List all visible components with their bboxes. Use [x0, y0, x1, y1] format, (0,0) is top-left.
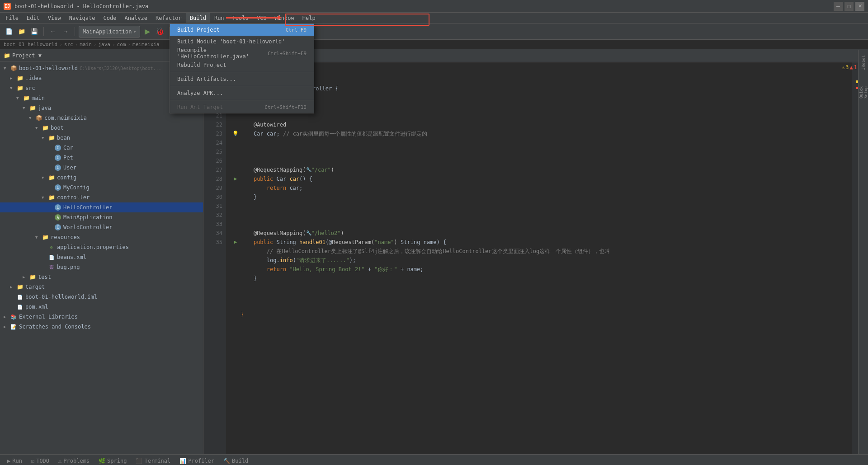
run-config-dropdown[interactable]: MainApplication ▼ [79, 26, 140, 38]
menu-refactor[interactable]: Refactor [152, 13, 185, 23]
breadcrumb-src[interactable]: src [64, 42, 73, 47]
menu-analyze[interactable]: Analyze [121, 13, 151, 23]
run-ant-menuitem[interactable]: Run Ant Target Ctrl+Shift+F10 [170, 101, 314, 113]
rebuild-project-menuitem[interactable]: Rebuild Project [170, 59, 314, 71]
line-numbers: 16 17 18 19 20 21 22 23 24 25 26 27 28 2… [203, 62, 226, 454]
bottom-tab-terminal[interactable]: ⬛ Terminal [132, 456, 174, 465]
tree-node-bugpng[interactable]: 🖼 bug.png [0, 262, 203, 272]
user-class-icon: C [54, 164, 61, 171]
code-line-26: } [231, 193, 846, 202]
build-artifacts-menuitem[interactable]: Build Artifacts... [170, 73, 314, 85]
code-line-24: ▶ public Car car() { [231, 174, 846, 183]
code-line-19 [231, 93, 846, 120]
recompile-menuitem[interactable]: Recompile 'HelloController.java' Ctrl+Sh… [170, 47, 314, 59]
save-button[interactable]: 💾 [29, 26, 40, 37]
tree-node-iml[interactable]: 📄 boot-01-helloworld.iml [0, 292, 203, 302]
bottom-tab-todo[interactable]: ☑ TODO [28, 456, 53, 465]
run-gutter-icon-29[interactable]: ▶ [232, 239, 239, 246]
run-tab-label: Run [12, 458, 22, 464]
tree-node-pet[interactable]: C Pet [0, 153, 203, 163]
breadcrumb-com[interactable]: com [117, 42, 126, 47]
bottom-tab-problems[interactable]: ⚠ Problems [55, 456, 93, 465]
tree-node-extlib[interactable]: ▶ 📚 External Libraries [0, 312, 203, 322]
forward-button[interactable]: → [60, 26, 71, 37]
run-config-label: MainApplication [83, 28, 132, 35]
tree-node-scratches[interactable]: ▶ 📝 Scratches and Consoles [0, 322, 203, 332]
run-gutter-icon-24[interactable]: ▶ [232, 175, 239, 183]
breadcrumb-main[interactable]: main [80, 42, 92, 47]
back-button[interactable]: ← [47, 26, 58, 37]
analyze-apk-menuitem[interactable]: Analyze APK... [170, 87, 314, 99]
code-editor[interactable]: @Slf4j ▶ @RestController ▶ public class … [226, 62, 852, 454]
tree-node-beansxml[interactable]: 📄 beans.xml [0, 252, 203, 262]
tree-node-config[interactable]: ▼ 📁 config [0, 173, 203, 183]
breadcrumb-meimeixia[interactable]: meimeixia [132, 42, 160, 47]
tree-node-user[interactable]: C User [0, 163, 203, 173]
controller-folder-icon: 📁 [48, 194, 55, 201]
window-title: boot-01-helloworld - HelloController.jav… [14, 3, 148, 9]
dropdown-arrow: ▼ [133, 29, 136, 34]
build-module-menuitem[interactable]: Build Module 'boot-01-helloworld' [170, 36, 314, 47]
build-project-menuitem[interactable]: Build Project Ctrl+F9 [170, 24, 314, 36]
menu-navigate[interactable]: Navigate [66, 13, 99, 23]
menu-separator-3 [170, 100, 314, 100]
breadcrumb-java[interactable]: java [98, 42, 110, 47]
new-file-button[interactable]: 📄 [4, 26, 14, 37]
open-button[interactable]: 📁 [16, 26, 27, 37]
todo-tab-label: TODO [36, 458, 49, 464]
build-dropdown-menu: Build Project Ctrl+F9 Build Module 'boot… [170, 23, 314, 113]
scrollbar-panel[interactable]: ⚠ 3 ▲ 1 [852, 62, 858, 454]
tree-node-pomxml[interactable]: 📄 pom.xml [0, 302, 203, 312]
code-line-30: // 在HelloController类上标注了@Slf4j注解之后，该注解会自… [231, 247, 846, 256]
menu-help[interactable]: Help [299, 13, 319, 23]
tree-node-mainapplication[interactable]: A MainApplication [0, 212, 203, 222]
menu-file[interactable]: File [2, 13, 22, 23]
info-gutter-icon-21[interactable]: 💡 [232, 130, 239, 137]
tree-node-hellocontroller[interactable]: C HelloController [0, 202, 203, 212]
run-button[interactable]: ▶ [142, 26, 153, 37]
package-icon: 📦 [35, 114, 42, 122]
arrow-pointer [226, 17, 280, 19]
menu-bar: File Edit View Navigate Code Analyze Ref… [0, 13, 868, 23]
menu-build[interactable]: Build [186, 13, 210, 23]
tree-node-package[interactable]: ▼ 📦 com.meimeixia [0, 113, 203, 123]
warning-icon: ⚠ [842, 65, 845, 70]
breadcrumb-project[interactable]: boot-01-helloworld [4, 42, 57, 47]
tree-node-test[interactable]: ▶ 📁 test [0, 272, 203, 282]
menu-run[interactable]: Run [211, 13, 228, 23]
jrebel-tab[interactable]: JRebel [860, 52, 867, 74]
bottom-tab-profiler[interactable]: 📊 Profiler [176, 456, 218, 465]
tree-node-car[interactable]: C Car [0, 143, 203, 153]
minimize-button[interactable]: ─ [834, 2, 843, 11]
code-line-34 [231, 283, 846, 310]
tree-node-bean[interactable]: ▼ 📁 bean [0, 133, 203, 143]
tree-node-resources[interactable]: ▼ 📁 resources [0, 232, 203, 242]
todo-tab-icon: ☑ [31, 458, 34, 464]
code-line-31: log.info("请求进来了......"); [231, 256, 846, 265]
close-button[interactable]: ✕ [855, 2, 864, 11]
xml-file-icon: 📄 [48, 254, 55, 261]
tree-node-myconfig[interactable]: C MyConfig [0, 183, 203, 193]
bottom-tab-run[interactable]: ▶ Run [4, 456, 26, 465]
menu-edit[interactable]: Edit [23, 13, 43, 23]
bottom-tab-spring[interactable]: 🌿 Spring [95, 456, 130, 465]
properties-file-icon: ⚙ [48, 244, 55, 251]
setup-tab[interactable]: SetupQuick [858, 83, 868, 102]
maximize-button[interactable]: □ [844, 2, 854, 11]
iml-file-icon: 📄 [16, 293, 24, 301]
problems-tab-icon: ⚠ [58, 458, 61, 464]
menu-separator-1 [170, 72, 314, 72]
bottom-tab-build[interactable]: 🔨 Build [220, 456, 252, 465]
debug-button[interactable]: 🐞 [155, 26, 165, 37]
config-folder-icon: 📁 [48, 174, 55, 181]
mainapplication-class-icon: A [54, 214, 61, 221]
menu-code[interactable]: Code [100, 13, 120, 23]
tree-node-controller[interactable]: ▼ 📁 controller [0, 193, 203, 202]
project-label: Project ▼ [12, 52, 42, 59]
code-line-32: return "Hello, Spring Boot 2!" + "你好：" +… [231, 265, 846, 274]
tree-node-appproperties[interactable]: ⚙ application.properties [0, 242, 203, 252]
tree-node-boot[interactable]: ▼ 📁 boot [0, 123, 203, 133]
menu-view[interactable]: View [44, 13, 65, 23]
tree-node-target[interactable]: ▶ 📁 target [0, 282, 203, 292]
tree-node-worldcontroller[interactable]: C WorldController [0, 222, 203, 232]
